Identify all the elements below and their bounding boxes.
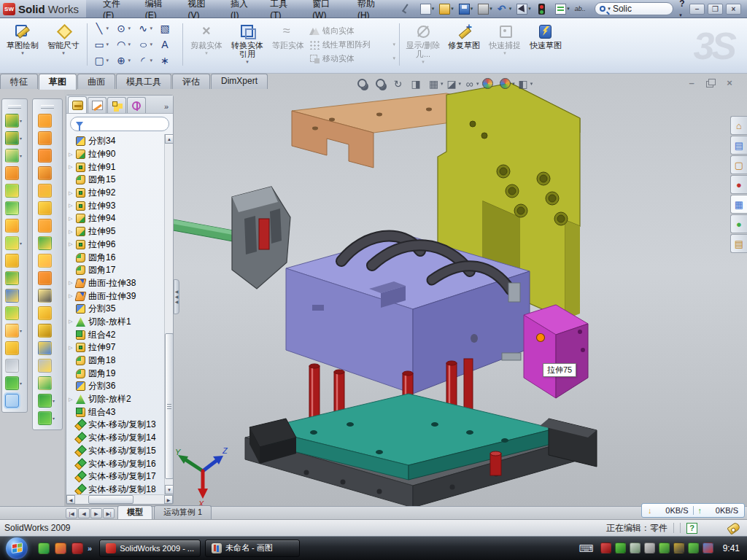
ribbon-tab[interactable]: 曲面	[77, 74, 115, 89]
command-button[interactable]: 智能尺寸 ▾	[44, 20, 83, 69]
sketch-entity-button[interactable]: ◠ ▾	[113, 36, 135, 52]
new-document-icon[interactable]: ▾	[419, 2, 436, 15]
alert-icon[interactable]	[673, 542, 684, 553]
health-shield-icon[interactable]	[688, 542, 699, 553]
tree-horizontal-scrollbar[interactable]: ◀ ▶	[66, 494, 173, 504]
tree-item[interactable]: 拉伸94	[69, 212, 164, 225]
command-button[interactable]: 快速草图 ▾	[526, 20, 565, 69]
doc-minimize-button[interactable]: –	[686, 79, 697, 89]
scroll-left-button[interactable]: ◀	[66, 495, 75, 504]
boundary-surface-icon[interactable]: ▾	[38, 394, 57, 408]
tree-item[interactable]: 实体-移动/复制13	[69, 419, 164, 432]
sketch-entity-button[interactable]: ╲ ▾	[91, 20, 113, 36]
command-button[interactable]: 移动实体 ▾	[309, 53, 395, 64]
tree-filter-input[interactable]	[70, 117, 169, 131]
trim-surface-icon[interactable]: ▾	[38, 359, 57, 373]
document-tab[interactable]: 模型	[117, 505, 152, 519]
sketch-entity-button[interactable]: ∗ ▾	[157, 52, 179, 69]
extruded-cut-icon[interactable]: ▾	[5, 131, 24, 145]
blocked-item-icon[interactable]	[703, 542, 713, 553]
expand-icon[interactable]	[69, 216, 76, 222]
graphics-viewport[interactable]: Y Z X ▾ ▾	[64, 74, 747, 506]
surface-curve-icon[interactable]: ▾	[38, 411, 57, 425]
chamfer-icon[interactable]: ▾	[5, 166, 24, 180]
help-button[interactable]: ? ▾	[679, 0, 689, 19]
swept-boss-icon[interactable]: ▾	[38, 114, 57, 128]
zoom-area-icon[interactable]: ▾	[374, 77, 390, 90]
dimxpertmanager-tab[interactable]	[127, 97, 146, 113]
knit-surface-icon[interactable]: ▾	[38, 376, 57, 390]
offset-surface-icon[interactable]: ▾	[38, 219, 57, 233]
start-button[interactable]	[6, 537, 28, 559]
doc-restore-button[interactable]	[705, 79, 716, 89]
tree-item[interactable]: 圆角15	[69, 174, 164, 187]
zoom-fit-icon[interactable]: ▾	[356, 77, 372, 90]
command-button[interactable]: 转换实体引用 ▾	[228, 20, 267, 69]
expand-icon[interactable]	[69, 241, 76, 247]
tree-item[interactable]: 分割35	[69, 303, 164, 316]
tree-item[interactable]: 拉伸96	[69, 238, 164, 252]
undo-icon[interactable]: ↶ ▾	[496, 2, 514, 15]
draft-icon[interactable]: ▾	[5, 201, 24, 215]
view-palette-tab[interactable]: ▦	[730, 195, 747, 214]
taskbar-clock[interactable]: 9:41	[723, 543, 740, 553]
tree-item[interactable]: 拉伸97	[69, 341, 164, 354]
split-line-icon[interactable]: ▾	[38, 324, 57, 338]
ribbon-tab[interactable]: 草图	[39, 74, 77, 90]
model-ejector-rod[interactable]	[169, 187, 290, 289]
ribbon-tab[interactable]: 评估	[172, 74, 210, 89]
revolved-boss-icon[interactable]: ▾	[38, 131, 57, 145]
sketch-entity-button[interactable]: ▭ ▾	[91, 36, 113, 52]
tabs-overflow-button[interactable]: »	[164, 102, 171, 113]
scroll-down-button[interactable]: ▼	[165, 485, 173, 494]
tree-item[interactable]: 圆角18	[69, 354, 164, 368]
fillet-icon[interactable]: ▾	[5, 149, 24, 163]
tree-item[interactable]: 拉伸91	[69, 160, 164, 174]
tab-nav-button[interactable]: |◀	[66, 508, 77, 518]
thicken-icon[interactable]: ▾	[38, 254, 57, 268]
quick-tips-icon[interactable]: ?	[686, 523, 697, 534]
tree-item[interactable]: 拉伸90	[69, 148, 164, 161]
updates-icon[interactable]	[630, 542, 640, 553]
close-button[interactable]: ×	[726, 4, 741, 15]
document-tab[interactable]: 运动算例 1	[154, 505, 212, 519]
sketch-entity-button[interactable]: ○ ▾	[135, 36, 157, 52]
sketch-entity-button[interactable]: ▢ ▾	[91, 52, 113, 69]
tree-item[interactable]: 圆角19	[69, 367, 164, 380]
configurationmanager-tab[interactable]	[107, 97, 126, 113]
tags-icon[interactable]	[727, 521, 740, 534]
shell-icon[interactable]: ▾	[5, 184, 24, 198]
file-explorer-tab[interactable]: ▢	[730, 155, 747, 174]
plane-icon[interactable]: ▾	[5, 341, 24, 355]
tree-item[interactable]: 实体-移动/复制15	[69, 445, 164, 458]
command-button[interactable]: 等距实体 ▾	[268, 20, 308, 69]
section-view-icon[interactable]: ◨ ▾	[410, 77, 426, 90]
media-player-icon[interactable]	[55, 542, 66, 554]
search-dropdown-icon[interactable]: ▾	[608, 6, 611, 12]
tree-item[interactable]: 实体-移动/复制16	[69, 457, 164, 470]
featuremanager-tab[interactable]	[68, 96, 87, 113]
appearances-tab[interactable]: ●	[730, 214, 747, 233]
propertymanager-tab[interactable]	[88, 97, 107, 113]
command-button[interactable]: 修复草图 ▾	[444, 20, 484, 69]
tree-vertical-scrollbar[interactable]: ▲ ▼	[164, 134, 173, 494]
linear-pattern-icon[interactable]: ▾	[5, 236, 24, 250]
taskbar-button[interactable]: 未命名 - 画图	[205, 540, 300, 557]
edit-appearance-icon[interactable]: ▾	[481, 77, 498, 90]
scrollbar-thumb[interactable]	[165, 333, 173, 479]
rebuild-traffic-light-icon[interactable]: ▾	[535, 2, 552, 15]
tree-item[interactable]: 组合42	[69, 328, 164, 341]
apply-scene-icon[interactable]: ▾	[499, 77, 515, 90]
flex-icon[interactable]: ▾	[38, 149, 57, 163]
sketch-entity-button[interactable]: ◜ ▾	[135, 52, 157, 69]
quick-launch-overflow[interactable]: »	[88, 544, 92, 553]
wrap-icon[interactable]: ▾	[5, 219, 24, 233]
tree-item[interactable]: 切除-放样2	[69, 393, 164, 406]
command-button[interactable]: 剪裁实体 ▾	[187, 20, 226, 69]
reference-geometry-icon[interactable]: ▾	[5, 324, 24, 338]
model-locating-pin[interactable]	[490, 451, 501, 475]
expand-icon[interactable]	[69, 345, 76, 351]
sketch-entity-button[interactable]: ∿ ▾	[135, 20, 157, 36]
sketch-entity-button[interactable]: ⊕ ▾	[113, 52, 135, 69]
design-library-tab[interactable]: ▤	[730, 136, 747, 155]
